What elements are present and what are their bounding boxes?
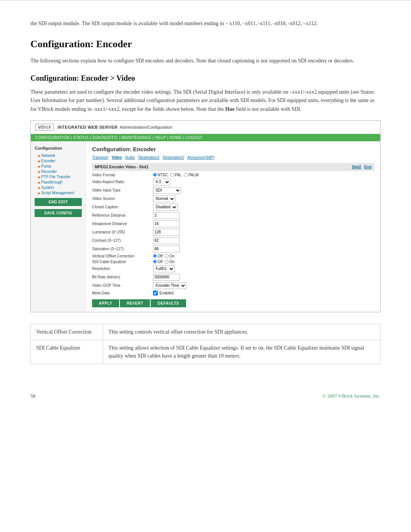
input-type-select[interactable]: SDI Composite <box>153 187 181 194</box>
end-link[interactable]: End <box>364 165 371 169</box>
label-bit-rate: Bit Rate (bit/sec) <box>92 275 153 279</box>
slot-links[interactable]: Slot2 End <box>352 165 371 169</box>
ui-nav-bar[interactable]: CONFIGURATION | STATUS | DIAGNOSTIC | MA… <box>31 134 380 141</box>
feature-desc-sdi-cable: This setting allows selection of SDI Cab… <box>103 340 381 364</box>
radio-palm-label[interactable]: PALM <box>184 173 199 177</box>
table-row-vert-offset: Vertical Offset Correction This setting … <box>31 324 381 340</box>
footer-copyright: © 2007 VBrick Systems, Inc. <box>322 393 381 399</box>
radio-sdi-on-label[interactable]: On <box>165 260 174 264</box>
label-aspect-ratio: Video Aspect Ratio <box>92 180 153 184</box>
tab-transport[interactable]: Transport <box>92 155 108 160</box>
end-edit-button[interactable]: END EDIT <box>35 198 82 206</box>
aspect-ratio-control: 4:3 16:9 <box>153 179 170 185</box>
ui-main-title: Configuration: Encoder <box>92 146 374 152</box>
radio-sdi-on[interactable] <box>165 260 169 264</box>
sidebar-item-script-mgmt[interactable]: Script Management <box>35 191 82 195</box>
radio-palm[interactable] <box>184 173 188 177</box>
gop-select[interactable]: Encoder Time Other <box>153 282 186 289</box>
ref-distance-input[interactable] <box>153 212 180 219</box>
form-row-saturation: Saturation (0~127) <box>92 246 374 252</box>
radio-ntsc-label[interactable]: NTSC <box>153 173 168 177</box>
label-luminance: Luminance (0~255) <box>92 230 153 234</box>
feature-label-sdi-cable: SDI Cable Equalizer <box>31 340 103 364</box>
tab-video[interactable]: Video <box>112 155 122 160</box>
label-intrapicture: Intrapicture Distance <box>92 222 153 226</box>
sidebar-item-network[interactable]: Network <box>35 153 82 158</box>
radio-vert-on[interactable] <box>165 254 169 258</box>
label-resolution: Resolution <box>92 267 153 271</box>
metadata-checkbox[interactable] <box>153 291 158 296</box>
resolution-select[interactable]: FullD1 HalfD1 <box>153 265 175 272</box>
apply-button[interactable]: APPLY <box>92 299 119 307</box>
sidebar-item-passthrough[interactable]: Passthrough <box>35 180 82 184</box>
slot2-link[interactable]: Slot2 <box>352 165 361 169</box>
label-gop: Video GOP Time <box>92 283 153 288</box>
saturation-input[interactable] <box>153 246 180 252</box>
radio-pal-label[interactable]: PAL <box>170 173 182 177</box>
sidebar-item-pump[interactable]: Pump <box>35 164 82 168</box>
form-row-contrast: Contrast (0~127) <box>92 237 374 244</box>
defaults-button[interactable]: DEFAULTS <box>151 299 186 307</box>
subsection-intro-text-1: These parameters are used to configure t… <box>30 89 375 112</box>
radio-vert-off-label[interactable]: Off <box>153 254 162 258</box>
input-type-control: SDI Composite <box>153 187 181 194</box>
save-config-button[interactable]: SAVE CONFIG <box>35 209 82 217</box>
radio-sdi-off[interactable] <box>153 260 157 264</box>
aspect-ratio-select[interactable]: 4:3 16:9 <box>153 179 170 185</box>
tab-audio[interactable]: Audio <box>125 155 135 160</box>
label-ref-distance: Reference Distance <box>92 213 153 217</box>
ui-logo: VBrick <box>35 124 54 131</box>
label-vert-offset: Vertical Offset Correction <box>92 254 153 258</box>
closed-caption-select[interactable]: Disabled Enabled <box>153 204 178 211</box>
tab-destination2[interactable]: Destination2 <box>163 155 184 160</box>
label-sdi-cable: SDI Cable Equalizer <box>92 260 153 264</box>
label-saturation: Saturation (0~127) <box>92 247 153 251</box>
revert-button[interactable]: REVERT <box>120 299 150 307</box>
saturation-control <box>153 246 180 252</box>
bit-rate-input[interactable] <box>153 274 180 281</box>
subsection-intro-bold: Hue <box>225 106 235 112</box>
label-video-format: Video Format <box>92 173 153 177</box>
label-closed-caption: Closed Caption <box>92 205 153 209</box>
feature-table: Vertical Offset Correction This setting … <box>30 324 381 364</box>
video-format-options: NTSC PAL PALM <box>153 173 199 177</box>
luminance-input[interactable] <box>153 229 180 236</box>
gop-control: Encoder Time Other <box>153 282 186 289</box>
form-row-gop: Video GOP Time Encoder Time Other <box>92 282 374 289</box>
sidebar-item-encoder[interactable]: Encoder <box>35 159 82 163</box>
metadata-control: Enabled <box>153 291 174 296</box>
ui-header-label: INTEGRATED WEB SERVER <box>57 125 118 129</box>
radio-sdi-off-label[interactable]: Off <box>153 260 162 264</box>
sidebar-item-system[interactable]: System <box>35 185 82 190</box>
radio-pal[interactable] <box>170 173 174 177</box>
form-row-video-format: Video Format NTSC PAL PALM <box>92 173 374 177</box>
logo-brick: Brick <box>41 125 51 130</box>
form-row-intrapicture: Intrapicture Distance <box>92 220 374 227</box>
tab-announce-sap[interactable]: Announce(SAP) <box>187 155 215 160</box>
contrast-input[interactable] <box>153 237 180 244</box>
subsection-intro-text-2: field is not available with SDI. <box>235 106 301 112</box>
feature-label-vert-offset: Vertical Offset Correction <box>31 324 103 340</box>
form-row-vert-offset: Vertical Offset Correction Off On <box>92 254 374 258</box>
sidebar-item-ftp[interactable]: FTP File Transfer <box>35 175 82 179</box>
contrast-control <box>153 237 180 244</box>
page-container: the SDI output module. The SDI output mo… <box>0 0 411 532</box>
video-source-select[interactable]: Normal Other <box>153 195 175 202</box>
form-row-luminance: Luminance (0~255) <box>92 229 374 236</box>
tab-destination1[interactable]: Destination1 <box>138 155 159 160</box>
ui-header-title: INTEGRATED WEB SERVER Administration/Con… <box>57 125 172 129</box>
luminance-control <box>153 229 180 236</box>
subsection-title: Configuration: Encoder > Video <box>30 74 381 83</box>
radio-vert-on-label[interactable]: On <box>165 254 174 258</box>
form-row-ref-distance: Reference Distance <box>92 212 374 219</box>
label-input-type: Video Input Type <box>92 188 153 192</box>
sidebar-item-recorder[interactable]: Recorder <box>35 169 82 174</box>
radio-ntsc[interactable] <box>153 173 157 177</box>
resolution-control: FullD1 HalfD1 <box>153 265 175 272</box>
intrapicture-input[interactable] <box>153 220 180 227</box>
form-row-closed-caption: Closed Caption Disabled Enabled <box>92 204 374 211</box>
subsection-intro: These parameters are used to configure t… <box>30 88 381 113</box>
video-source-control: Normal Other <box>153 195 175 202</box>
form-row-resolution: Resolution FullD1 HalfD1 <box>92 265 374 272</box>
radio-vert-off[interactable] <box>153 254 157 258</box>
